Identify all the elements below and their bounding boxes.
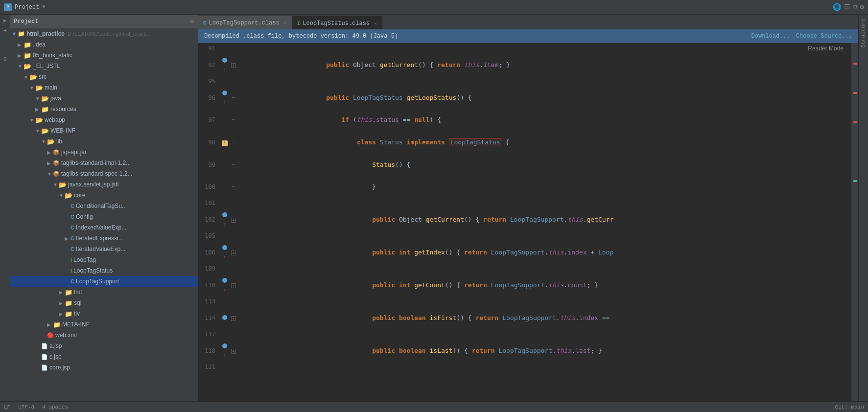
project-label[interactable]: Project	[15, 4, 39, 11]
tab1-label: LoopTagSupport.class	[209, 20, 280, 26]
line-fold-95	[229, 76, 238, 87]
tree-corejsp[interactable]: 📄 core.jsp	[10, 362, 198, 373]
tree-conditionaltag[interactable]: C ConditionalTagSu...	[10, 201, 198, 211]
line-num-96: 96	[198, 87, 220, 109]
line-fold-118: +	[229, 340, 238, 362]
tab-bar: C LoopTagSupport.class ✕ I LoopTagStatus…	[198, 15, 858, 29]
line-marker-110: ↑	[220, 274, 229, 296]
tree-looptagstatus[interactable]: I LoopTagStatus	[10, 265, 198, 276]
tree-bookstatic[interactable]: ▶ 📁 05_book_static	[10, 50, 198, 61]
tree-config[interactable]: C Config	[10, 211, 198, 222]
tree-webxml[interactable]: 🔴 web.xml	[10, 330, 198, 341]
side-tab-structure[interactable]: Structure	[859, 15, 868, 51]
line-content-91	[238, 43, 851, 54]
code-scroll-area: Reader Mode 91	[198, 43, 851, 401]
up-arrow-92: ↑	[223, 67, 227, 73]
line-num-98: 98	[198, 131, 220, 154]
choose-source-link[interactable]: Choose Source...	[796, 33, 852, 40]
tree-iteratedexpr[interactable]: ▶ C IteratedExpressi...	[10, 233, 198, 244]
corejsp-label: core.jsp	[49, 364, 70, 371]
tree-tlv[interactable]: ▶ 📁 tlv	[10, 308, 198, 319]
tab1-close-icon[interactable]: ✕	[284, 20, 287, 26]
editor-area: C LoopTagSupport.class ✕ I LoopTagStatus…	[198, 15, 858, 401]
tree-eljstl[interactable]: ▼ 📂 _EL_JSTL	[10, 61, 198, 71]
panel-gear-icon[interactable]: ⚙	[190, 18, 194, 25]
line-content-95	[238, 76, 851, 87]
line-num-100: 100	[198, 176, 220, 198]
tree-src[interactable]: ▼ 📂 src	[10, 71, 198, 82]
tree-resources[interactable]: ▶ 📁 resources	[10, 104, 198, 114]
tree-root[interactable]: ▼ 📁 html_practice D:\LEARING\codeing\htm…	[10, 28, 198, 39]
gutter-mark-1	[853, 63, 857, 65]
tree-java[interactable]: ▼ 📂 java	[10, 93, 198, 104]
root-label: html_practice	[26, 30, 65, 37]
tab-looptagstatus[interactable]: I LoopTagStatus.class ✕	[292, 16, 382, 29]
tree-metainf[interactable]: ▶ 📁 META-INF	[10, 319, 198, 330]
line-num-109: 109	[198, 263, 220, 274]
toolbar-split-icon[interactable]: ⊟	[853, 3, 857, 11]
tree-idea[interactable]: ▶ 📁 .idea	[10, 39, 198, 50]
taglibsimpl-label: taglibs-standard-impl-1.2...	[61, 160, 131, 166]
line-fold-92: +	[229, 54, 238, 76]
tree-webapp[interactable]: ▼ 📂 webapp	[10, 114, 198, 125]
tree-indexedvalue[interactable]: C IndexedValueExp...	[10, 222, 198, 233]
tree-jstl[interactable]: ▼ 📂 javax.servlet.jsp.jstl	[10, 179, 198, 190]
status-encoding: UTF-8	[18, 404, 34, 410]
gutter-mark-3	[853, 121, 857, 123]
status-git: Git: main	[835, 404, 864, 410]
tree-taglibsspec[interactable]: ▼ 📦 taglibs-standard-spec-1.2...	[10, 168, 198, 179]
line-fold-98: −	[229, 131, 238, 154]
idea-label: .idea	[33, 41, 46, 48]
strip-icon-2[interactable]: ◀	[3, 27, 6, 33]
tree-iteratedvalue[interactable]: C IteratedValueExp...	[10, 244, 198, 254]
tree-looptagsupport[interactable]: C LoopTagSupport	[10, 276, 198, 287]
warn-icon-98: !	[222, 140, 228, 146]
code-line-114: 114 + public boolean isFirst() { return …	[198, 307, 851, 329]
line-content-121	[238, 362, 851, 372]
line-num-102: 102	[198, 208, 220, 230]
code-table: 91 92 ↑	[198, 43, 851, 372]
right-side-tabs: Structure	[858, 15, 868, 401]
tree-webinf[interactable]: ▼ 📂 WEB-INF	[10, 125, 198, 136]
up-arrow-96: ↑	[223, 100, 227, 106]
code-line-100: 100 − }	[198, 176, 851, 198]
code-editor[interactable]: Reader Mode 91	[198, 43, 858, 401]
toolbar-gear-icon[interactable]: ⚙	[860, 3, 864, 11]
status-spaces: 4 spaces	[42, 404, 68, 410]
tree-sql[interactable]: ▶ 📁 sql	[10, 298, 198, 308]
tree-main[interactable]: ▼ 📂 main	[10, 82, 198, 93]
panel-title: Project	[14, 18, 38, 25]
fmt-label: fmt	[74, 289, 82, 296]
dropdown-icon[interactable]: ▼	[42, 4, 45, 10]
reader-mode-button[interactable]: Reader Mode	[808, 45, 844, 52]
toolbar-globe-icon[interactable]: 🌐	[833, 3, 841, 11]
download-link[interactable]: Download...	[751, 33, 790, 40]
bookstatic-label: 05_book_static	[33, 52, 72, 59]
tree-looptag[interactable]: I LoopTag	[10, 254, 198, 265]
line-marker-97	[220, 109, 229, 131]
strip-icon-3[interactable]: S	[3, 57, 6, 62]
iteratedvalue-label: IteratedValueExp...	[76, 246, 125, 252]
tree-ajsp[interactable]: 📄 a.jsp	[10, 341, 198, 351]
tree-cjsp[interactable]: 📄 c.jsp	[10, 351, 198, 362]
sql-label: sql	[74, 299, 81, 306]
tree-core[interactable]: ▼ 📂 core	[10, 190, 198, 201]
tab2-close-icon[interactable]: ✕	[374, 21, 377, 26]
line-fold-114: +	[229, 307, 238, 329]
tree-taglibsimpl[interactable]: ▶ 📦 taglibs-standard-impl-1.2...	[10, 158, 198, 168]
tree-jspapi[interactable]: ▶ 📦 jsp-api.jar	[10, 147, 198, 158]
gutter-mark-4	[853, 180, 857, 182]
tab-looptagsupport[interactable]: C LoopTagSupport.class ✕	[198, 16, 292, 29]
strip-icon-1[interactable]: ▶	[3, 18, 6, 23]
tab2-icon: I	[297, 21, 301, 26]
line-marker-114	[220, 307, 229, 329]
line-num-91: 91	[198, 43, 220, 54]
fold-box-92[interactable]: +	[231, 63, 236, 68]
toolbar-align-icon[interactable]: ☰	[844, 3, 850, 11]
status-lf: LF	[4, 404, 10, 410]
code-line-109: 109	[198, 263, 851, 274]
tree-lib[interactable]: ▼ 📂 lib	[10, 136, 198, 147]
tree-fmt[interactable]: ▶ 📁 fmt	[10, 287, 198, 298]
left-icon-strip: ▶ ◀ S	[0, 15, 10, 401]
code-line-91: 91	[198, 43, 851, 54]
